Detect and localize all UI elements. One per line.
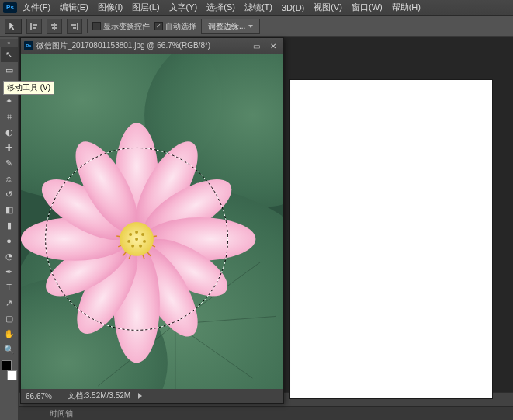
document-canvas[interactable] [21, 54, 283, 389]
checkbox-icon [92, 22, 101, 30]
gradient-tool-icon: ▮ [7, 220, 12, 231]
svg-rect-6 [77, 23, 78, 30]
background-color-swatch[interactable] [7, 370, 17, 380]
checkbox-checked-icon: ✓ [154, 22, 163, 30]
clone-stamp-tool-icon: ⎌ [6, 174, 12, 183]
healing-brush-tool[interactable]: ✚ [1, 140, 18, 155]
maximize-button[interactable]: ▭ [249, 40, 263, 51]
align-center-button[interactable] [47, 19, 62, 34]
auto-select-checkbox[interactable]: ✓ 自动选择 [154, 21, 196, 32]
menu-file[interactable]: 文件(F) [19, 0, 54, 15]
blur-tool-icon: ● [6, 236, 12, 245]
separator [87, 19, 88, 33]
tool-tooltip: 移动工具 (V) [3, 81, 54, 95]
refine-edge-button[interactable]: 调整边缘... [201, 19, 260, 34]
documents-area: Ps 微信图片_20170801153801.jpg @ 66.7%(RGB/8… [19, 37, 513, 392]
path-select-tool[interactable]: ↗ [1, 295, 18, 311]
menu-view[interactable]: 视图(V) [310, 0, 346, 15]
eyedropper-tool-icon: ◐ [5, 127, 13, 137]
zoom-tool[interactable]: 🔍 [1, 342, 18, 357]
eyedropper-tool[interactable]: ◐ [1, 124, 18, 140]
clone-stamp-tool[interactable]: ⎌ [1, 171, 18, 186]
menu-edit[interactable]: 编辑(E) [56, 0, 92, 15]
zoom-level[interactable]: 66.67% [26, 392, 60, 401]
svg-rect-3 [54, 23, 55, 30]
hand-tool[interactable]: ✋ [1, 326, 18, 342]
menu-window[interactable]: 窗口(W) [348, 0, 386, 15]
eraser-tool[interactable]: ◧ [1, 202, 18, 217]
history-brush-tool-icon: ↺ [5, 189, 12, 200]
brush-tool-icon: ✎ [5, 158, 12, 168]
dodge-tool[interactable]: ◔ [1, 248, 18, 264]
eraser-tool-icon: ◧ [5, 205, 13, 215]
svg-rect-7 [71, 24, 76, 26]
svg-point-41 [131, 245, 134, 248]
svg-point-36 [135, 231, 138, 234]
align-right-icon [71, 23, 78, 30]
menu-help[interactable]: 帮助(H) [388, 0, 425, 15]
menubar: Ps 文件(F) 编辑(E) 图像(I) 图层(L) 文字(Y) 选择(S) 滤… [0, 0, 513, 16]
minimize-button[interactable]: — [232, 40, 246, 51]
move-tool[interactable]: ↖ [1, 47, 18, 62]
document-titlebar[interactable]: Ps 微信图片_20170801153801.jpg @ 66.7%(RGB/8… [21, 38, 283, 54]
brush-tool[interactable]: ✎ [1, 155, 18, 171]
status-menu-icon[interactable] [138, 393, 142, 399]
crop-tool[interactable]: ⌗ [1, 109, 18, 124]
ps-doc-icon: Ps [24, 41, 33, 50]
lotus-image [21, 54, 283, 389]
marquee-tool-icon: ▭ [5, 65, 13, 75]
menu-image[interactable]: 图像(I) [94, 0, 127, 15]
menu-filter[interactable]: 滤镜(T) [241, 0, 276, 15]
quick-select-tool[interactable]: ✦ [1, 93, 18, 109]
photoshop-app: Ps 文件(F) 编辑(E) 图像(I) 图层(L) 文字(Y) 选择(S) 滤… [0, 0, 513, 420]
close-button[interactable]: ✕ [266, 40, 280, 51]
blur-tool[interactable]: ● [1, 233, 18, 248]
menu-3d[interactable]: 3D(D) [278, 2, 308, 14]
crop-tool-icon: ⌗ [7, 112, 12, 122]
toolbox-collapse-icon[interactable] [0, 39, 18, 47]
svg-rect-4 [51, 24, 57, 26]
align-center-icon [50, 23, 58, 30]
move-tool-icon: ↖ [5, 50, 12, 60]
maximize-icon: ▭ [253, 42, 260, 50]
svg-rect-5 [52, 27, 57, 29]
hand-tool-icon: ✋ [4, 329, 15, 339]
document-status-bar: 66.67% 文档:3.52M/3.52M [21, 389, 283, 403]
align-left-button[interactable] [26, 19, 42, 34]
timeline-label: 时间轴 [50, 408, 73, 419]
toolbox: ↖▭◯✦⌗◐✚✎⎌↺◧▮●◔✒T↗▢✋🔍 移动工具 (V) [0, 37, 19, 420]
filesize-label: 文档:3.52M/3.52M [68, 390, 130, 401]
quick-select-tool-icon: ✦ [5, 96, 12, 106]
tool-preset-picker[interactable] [5, 19, 22, 34]
marquee-tool[interactable]: ▭ [1, 62, 18, 78]
zoom-tool-icon: 🔍 [4, 345, 15, 355]
svg-point-39 [135, 238, 138, 241]
menu-select[interactable]: 选择(S) [203, 0, 239, 15]
show-transform-checkbox[interactable]: 显示变换控件 [92, 21, 150, 32]
pen-tool[interactable]: ✒ [1, 264, 18, 279]
svg-rect-1 [33, 24, 37, 26]
close-icon: ✕ [270, 42, 276, 50]
color-swatches[interactable] [2, 360, 17, 380]
dodge-tool-icon: ◔ [5, 252, 13, 262]
svg-point-38 [127, 240, 130, 243]
options-bar: 显示变换控件 ✓ 自动选择 调整边缘... [0, 16, 513, 37]
svg-point-40 [143, 240, 146, 243]
menu-type[interactable]: 文字(Y) [165, 0, 202, 15]
foreground-color-swatch[interactable] [2, 360, 12, 370]
document-blank-canvas[interactable] [290, 80, 492, 398]
align-right-button[interactable] [67, 19, 82, 34]
minimize-icon: — [235, 42, 243, 50]
svg-point-35 [129, 233, 132, 236]
svg-point-42 [139, 245, 142, 248]
gradient-tool[interactable]: ▮ [1, 217, 18, 233]
shape-tool[interactable]: ▢ [1, 311, 18, 326]
menu-layer[interactable]: 图层(L) [128, 0, 163, 15]
history-brush-tool[interactable]: ↺ [1, 186, 18, 202]
svg-point-37 [141, 233, 144, 236]
type-tool[interactable]: T [1, 279, 18, 295]
pen-tool-icon: ✒ [5, 267, 12, 277]
refine-edge-label: 调整边缘... [208, 21, 245, 32]
timeline-panel[interactable]: 时间轴 [19, 406, 513, 420]
auto-select-label: 自动选择 [165, 21, 196, 32]
